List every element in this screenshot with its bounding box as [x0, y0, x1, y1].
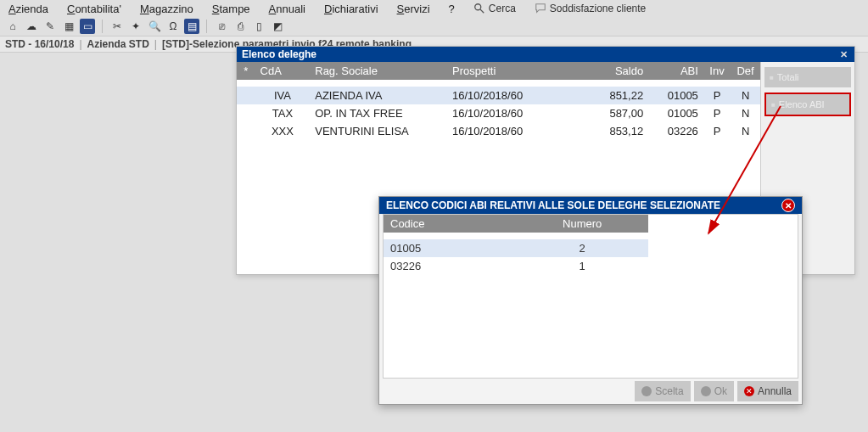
table-row[interactable]: TAX OP. IN TAX FREE 16/10/2018/60 587,00… — [237, 104, 760, 122]
breadcrumb-divider-2: | — [154, 38, 157, 50]
tb-wand-icon[interactable]: ✦ — [128, 19, 143, 34]
cell-def: N — [731, 122, 760, 140]
menu-servizi[interactable]: Servizi — [397, 3, 430, 15]
tb-home-icon[interactable]: ⌂ — [5, 19, 20, 34]
col-def[interactable]: Def — [731, 62, 760, 80]
menu-dichiarativi[interactable]: Dichiarativi — [324, 3, 378, 15]
popup-elenco-abi: ELENCO CODICI ABI RELATIVI ALLE SOLE DEL… — [378, 196, 803, 405]
col-rag[interactable]: Rag. Sociale — [310, 62, 447, 80]
cell-def: N — [731, 87, 760, 104]
col-saldo[interactable]: Saldo — [575, 62, 648, 80]
tb-print-icon[interactable]: ⎙ — [232, 19, 248, 34]
cell-codice: 01005 — [384, 239, 516, 257]
cell-abi: 01005 — [648, 104, 703, 122]
popup-title: ELENCO CODICI ABI RELATIVI ALLE SOLE DEL… — [386, 199, 720, 211]
cell-numero: 1 — [516, 257, 648, 275]
toolbar-separator-1 — [102, 20, 103, 33]
cell-rag: AZIENDA IVA — [310, 87, 447, 104]
cell-abi: 03226 — [648, 122, 703, 140]
cell-prospetti: 16/10/2018/60 — [447, 122, 575, 140]
tb-tag-icon[interactable]: ◩ — [270, 19, 285, 34]
col-inv[interactable]: Inv — [703, 62, 731, 80]
annulla-button[interactable]: ✕Annulla — [737, 381, 798, 401]
tb-calc-icon[interactable]: ▤ — [184, 19, 199, 34]
popup-close-icon[interactable]: ✕ — [781, 199, 795, 212]
col-abi[interactable]: ABI — [648, 62, 703, 80]
cell-cda: XXX — [255, 122, 311, 140]
cell-inv: P — [703, 87, 731, 104]
menu-help[interactable]: ? — [449, 3, 455, 15]
scelta-button[interactable]: Scelta — [635, 381, 690, 401]
col-marker[interactable]: * — [237, 62, 255, 80]
col-cda[interactable]: CdA — [255, 62, 311, 80]
menu-search[interactable]: Cerca — [473, 3, 516, 14]
popup-footer: Scelta Ok ✕Annulla — [379, 379, 802, 404]
menu-annuali[interactable]: Annuali — [269, 3, 305, 15]
table-row[interactable]: 03226 1 — [384, 257, 648, 275]
menu-azienda[interactable]: Azienda — [8, 3, 48, 15]
tb-window-icon[interactable]: ▯ — [251, 19, 266, 34]
col-codice[interactable]: Codice — [384, 215, 516, 233]
breadcrumb-divider-1: | — [79, 38, 81, 50]
svg-line-1 — [480, 9, 484, 13]
table-row[interactable]: 01005 2 — [384, 239, 648, 257]
abi-table: Codice Numero 01005 2 03226 1 — [384, 215, 648, 275]
menu-bar: Azienda Contabilita' Magazzino Stampe An… — [0, 0, 868, 17]
cell-abi: 01005 — [648, 87, 703, 104]
cell-prospetti: 16/10/2018/60 — [447, 87, 575, 104]
cell-def: N — [731, 104, 760, 122]
tb-headset-icon[interactable]: Ω — [165, 19, 181, 34]
tb-monitor-icon[interactable]: ⎚ — [214, 19, 229, 34]
cell-numero: 2 — [516, 239, 648, 257]
col-prospetti[interactable]: Prospetti — [447, 62, 575, 80]
cell-rag: VENTURINI ELISA — [310, 122, 447, 140]
window-title: Elenco deleghe — [242, 48, 316, 60]
ok-button[interactable]: Ok — [694, 381, 734, 401]
tb-folder-icon[interactable]: ✎ — [42, 19, 58, 34]
table-row[interactable]: XXX VENTURINI ELISA 16/10/2018/60 853,12… — [237, 122, 760, 140]
cell-cda: TAX — [255, 104, 311, 122]
cell-saldo: 851,22 — [575, 87, 648, 104]
side-totali-button[interactable]: Totali — [764, 67, 851, 87]
table-row[interactable]: IVA AZIENDA IVA 16/10/2018/60 851,22 010… — [237, 87, 760, 104]
cell-rag: OP. IN TAX FREE — [310, 104, 447, 122]
menu-stampe[interactable]: Stampe — [212, 3, 250, 15]
popup-body: Codice Numero 01005 2 03226 1 — [383, 214, 798, 379]
bullet-icon — [641, 386, 652, 396]
cell-prospetti: 16/10/2018/60 — [447, 104, 575, 122]
chat-icon — [535, 3, 546, 14]
toolbar: ⌂ ☁ ✎ ▦ ▭ ✂ ✦ 🔍 Ω ▤ ⎚ ⎙ ▯ ◩ — [0, 17, 868, 36]
tb-screen-icon[interactable]: ▭ — [80, 19, 95, 34]
tb-cloud-icon[interactable]: ☁ — [24, 19, 39, 34]
cell-cda: IVA — [255, 87, 311, 104]
menu-satisfaction[interactable]: Soddisfazione cliente — [535, 3, 646, 14]
window-titlebar[interactable]: Elenco deleghe ✕ — [237, 47, 854, 62]
side-elenco-abi-button[interactable]: Elenco ABI — [764, 93, 851, 116]
cancel-icon: ✕ — [744, 386, 754, 396]
svg-point-0 — [475, 4, 481, 10]
cell-saldo: 853,12 — [575, 122, 648, 140]
menu-magazzino[interactable]: Magazzino — [140, 3, 193, 15]
cell-inv: P — [703, 122, 731, 140]
tb-cut-icon[interactable]: ✂ — [109, 19, 125, 34]
menu-satisfaction-label: Soddisfazione cliente — [550, 3, 646, 14]
menu-search-label: Cerca — [489, 3, 516, 14]
col-numero[interactable]: Numero — [516, 215, 648, 233]
bullet-icon — [701, 386, 711, 396]
cell-inv: P — [703, 104, 731, 122]
cell-codice: 03226 — [384, 257, 516, 275]
popup-titlebar[interactable]: ELENCO CODICI ABI RELATIVI ALLE SOLE DEL… — [379, 197, 802, 214]
breadcrumb-part1: STD - 16/10/18 — [5, 38, 74, 50]
tb-grid-icon[interactable]: ▦ — [61, 19, 76, 34]
cell-saldo: 587,00 — [575, 104, 648, 122]
breadcrumb-part2: Azienda STD — [87, 38, 149, 50]
tb-search-icon[interactable]: 🔍 — [147, 19, 162, 34]
toolbar-separator-2 — [206, 20, 207, 33]
menu-contabilita[interactable]: Contabilita' — [67, 3, 121, 15]
deleghe-table: * CdA Rag. Sociale Prospetti Saldo ABI I… — [237, 62, 760, 140]
search-icon — [473, 3, 485, 14]
close-icon[interactable]: ✕ — [837, 48, 849, 60]
